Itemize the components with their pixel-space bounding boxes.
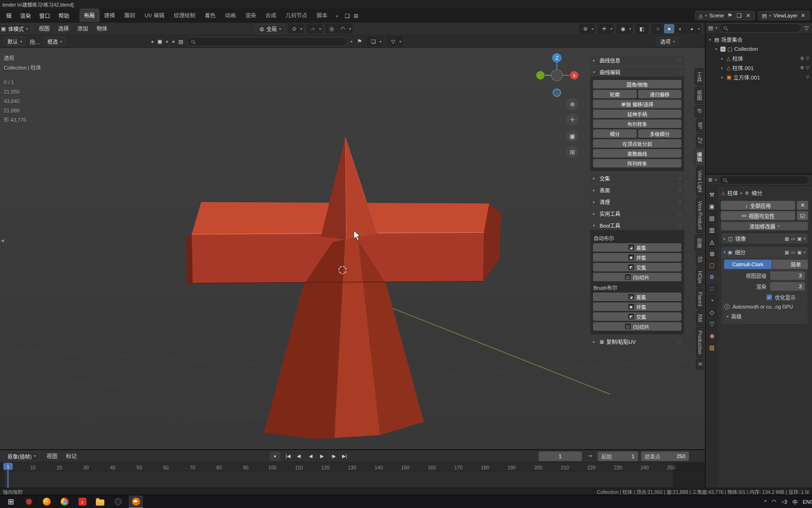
npanel-tab-K[interactable]: K <box>696 359 704 370</box>
playhead-frame-badge[interactable]: 1 <box>3 463 13 470</box>
panel-header-交集[interactable]: ▸交集∷ <box>590 174 684 183</box>
close-icon[interactable]: ✕ <box>800 12 806 19</box>
play-button[interactable]: ▶ <box>317 452 327 461</box>
npanel-tab-工具[interactable]: 工具 <box>695 68 704 86</box>
properties-tab-tool[interactable]: ⚒ <box>706 189 718 200</box>
chevron-right-icon[interactable]: ▸ <box>720 56 725 61</box>
magnet-icon[interactable]: ∩ <box>308 24 318 33</box>
npanel-tab-Production[interactable]: Production <box>696 327 704 358</box>
shading-wireframe-button[interactable]: ○ <box>653 24 663 33</box>
network-icon[interactable]: ◠ <box>772 499 776 505</box>
data-icon[interactable]: ▽ <box>806 75 809 79</box>
properties-tab-physics[interactable]: ◔ <box>706 294 718 306</box>
tool-preset-dropdown[interactable]: 默认 ▾ <box>4 37 26 46</box>
panel-header-曲线信息[interactable]: ▸曲线信息∷ <box>590 56 684 65</box>
modifier-icon[interactable]: ⚙ <box>800 56 804 61</box>
jump-to-start-button[interactable]: |◀ <box>283 452 293 461</box>
levels-viewport-field[interactable]: 3 <box>770 271 805 280</box>
button-自动布尔-并集[interactable]: ▣并集 <box>593 253 681 262</box>
shading-solid-button[interactable]: ● <box>664 24 674 33</box>
pan-button[interactable]: ✛ <box>566 113 578 126</box>
button-Brush布尔-(S)切片[interactable]: ◫(S)切片 <box>593 322 681 331</box>
shading-rendered-button[interactable]: ◕ <box>687 24 697 33</box>
button-自动布尔-差集[interactable]: ◪差集 <box>593 243 681 252</box>
current-frame-field[interactable]: 1 <box>539 452 582 461</box>
outliner-row-Collection[interactable]: ▾✓▢Collection <box>706 44 812 54</box>
properties-tab-modifiers[interactable]: ⚙ <box>706 271 718 283</box>
panel-header-表面[interactable]: ▸表面∷ <box>590 185 684 195</box>
xray-toggle[interactable]: ◧ <box>635 24 648 34</box>
frame-end-field[interactable]: 结束点 250 <box>641 452 689 461</box>
extras-menu-icon[interactable]: ▾ <box>804 250 805 254</box>
realtime-toggle-icon[interactable]: ▭ <box>791 250 795 255</box>
viewport-menu-物体[interactable]: 物体 <box>92 23 111 35</box>
properties-tab-render[interactable]: ▣ <box>706 200 718 212</box>
chevron-right-icon[interactable]: ▸ <box>724 237 726 241</box>
checker-icon[interactable]: ▨ <box>178 39 183 45</box>
chevron-right-icon[interactable]: ▸ <box>720 75 725 79</box>
data-icon[interactable]: ▽ <box>806 65 809 70</box>
chevron-down-icon[interactable]: ▾ <box>708 38 712 42</box>
outliner-row-柱体[interactable]: ▸△柱体⚙▽ <box>706 54 812 63</box>
timeline-track[interactable] <box>0 472 705 488</box>
editmode-toggle-icon[interactable]: ▦ <box>785 236 789 241</box>
properties-tab-object[interactable]: ▢ <box>706 259 718 271</box>
workspace-tab-雕刻[interactable]: 雕刻 <box>120 8 140 22</box>
pin-icon[interactable]: ⚑ <box>726 12 734 19</box>
button-在顶点处分割[interactable]: 在顶点处分割 <box>593 139 681 148</box>
orthographic-toggle-button[interactable]: ⊞ <box>566 146 578 158</box>
proportional-editing-controls[interactable]: ◎ ◠ ▾ <box>325 24 352 34</box>
outliner-search-input[interactable] <box>719 24 801 32</box>
filter-icon[interactable]: ▽ <box>804 25 810 32</box>
ime-icon[interactable]: 中 <box>792 498 797 506</box>
taskbar-app-app-red[interactable] <box>22 495 36 508</box>
timeline-ruler[interactable]: 1020304050607080901001101201301401501601… <box>0 462 705 472</box>
chevron-down-icon[interactable]: ▾ <box>724 250 726 254</box>
panel-header-实用工具[interactable]: ▸实用工具∷ <box>590 209 684 218</box>
npanel-tab-Flared[interactable]: Flared <box>696 288 704 310</box>
button-自动布尔-(S)切片[interactable]: ◫(S)切片 <box>593 273 681 281</box>
grid-icon[interactable]: ⊞ <box>353 13 358 19</box>
close-icon[interactable]: ✕ <box>745 12 751 19</box>
properties-tab-texture[interactable]: ▨ <box>706 341 718 353</box>
zoom-button[interactable]: ⊕ <box>566 98 578 110</box>
modifier-name[interactable]: 细分 <box>735 248 746 256</box>
modifier-name[interactable]: 镜像 <box>735 235 746 242</box>
outliner-row-立方体.001[interactable]: ▸▣立方体.001▽ <box>706 72 812 82</box>
button-多级细分[interactable]: 多级细分 <box>638 129 682 138</box>
panel-header-复制/粘贴UV[interactable]: ▸▦复制/粘贴UV∷ <box>590 337 684 346</box>
gizmo-y-axis[interactable] <box>536 71 545 79</box>
npanel-tab-Vera Light[interactable]: Vera Light <box>696 167 704 196</box>
properties-tab-object-data[interactable]: ▽ <box>706 318 718 330</box>
snapping-controls[interactable]: ∩ ▾ <box>306 24 322 34</box>
npanel-tab-节[interactable]: 节 <box>695 105 704 118</box>
properties-tab-world[interactable]: ◍ <box>706 247 718 259</box>
playback-sync-dropdown[interactable]: ◔ ▾ <box>585 452 595 461</box>
simple-button[interactable]: 简单 <box>772 260 808 269</box>
sphere-blue-icon[interactable]: ● <box>165 39 169 44</box>
visibility-dropdown[interactable]: ⊚ ▾ <box>579 24 595 34</box>
menu-帮助[interactable]: 帮助 <box>55 10 74 22</box>
frame-start-field[interactable]: 起始 1 <box>598 452 638 461</box>
breadcrumb-object[interactable]: 柱体 <box>727 189 738 197</box>
gizmo-trackball[interactable] <box>551 70 562 81</box>
viewport-menu-选择[interactable]: 选择 <box>54 23 73 35</box>
render-toggle-icon[interactable]: ▣ <box>797 236 802 241</box>
properties-tab-view-layer[interactable]: ▥ <box>706 224 718 236</box>
add-workspace-button[interactable]: + <box>332 10 342 22</box>
menu-窗口[interactable]: 窗口 <box>35 10 55 22</box>
npanel-tab-编辑[interactable]: 编辑 <box>695 148 704 166</box>
prev-keyframe-button[interactable]: ◀· <box>294 452 304 461</box>
timeline-track-area[interactable]: 1020304050607080901001101201301401501601… <box>0 462 705 488</box>
apply-all-button[interactable]: ↓ 全部应用 <box>721 201 795 210</box>
panel-header-Bool工具[interactable]: ▾Bool工具∷ <box>590 221 684 230</box>
copy-icon[interactable]: ❏ <box>736 12 743 19</box>
taskbar-app-music-app[interactable]: ♪ <box>75 495 89 508</box>
properties-tab-scene[interactable]: ◬ <box>706 236 718 247</box>
properties-tab-particles[interactable]: ∷ <box>706 283 718 294</box>
play-reverse-button[interactable]: ◀ <box>305 452 316 461</box>
camera-view-button[interactable]: ▣ <box>566 130 578 142</box>
button-阵列样条[interactable]: 阵列样条 <box>593 159 681 167</box>
proportional-icon[interactable]: ◎ <box>327 24 337 33</box>
viewport-visibility-button[interactable]: ▭ 视图可见性 <box>721 211 795 220</box>
